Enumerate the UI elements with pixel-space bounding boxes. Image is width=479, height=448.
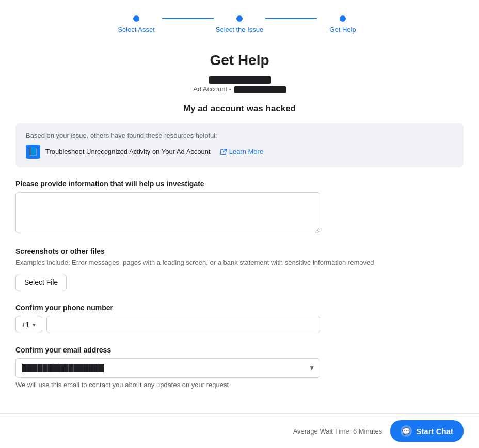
- start-chat-label: Start Chat: [416, 427, 453, 436]
- info-textarea[interactable]: [15, 192, 320, 233]
- select-file-button[interactable]: Select File: [15, 274, 67, 291]
- email-label: Confirm your email address: [15, 346, 464, 354]
- learn-more-link[interactable]: Learn More: [220, 148, 263, 155]
- info-label: Please provide information that will hel…: [15, 180, 464, 188]
- step-select-issue: Select the Issue: [214, 15, 265, 34]
- resource-book-icon: 📘: [26, 145, 40, 159]
- stepper: Select Asset Select the Issue Get Help: [15, 10, 464, 34]
- screenshots-hint: Examples include: Error messages, pages …: [15, 258, 464, 268]
- step-select-asset: Select Asset: [110, 15, 162, 34]
- bottom-bar: Average Wait Time: 6 Minutes 💬 Start Cha…: [0, 413, 479, 448]
- account-name-redacted: [209, 76, 271, 84]
- screenshots-section: Screenshots or other files Examples incl…: [15, 247, 464, 292]
- step-dot-1: [133, 15, 139, 22]
- country-code: +1: [21, 321, 29, 329]
- account-id-redacted: [234, 86, 286, 93]
- issue-title: My ad account was hacked: [15, 104, 464, 114]
- account-name: [15, 75, 464, 84]
- screenshots-label: Screenshots or other files: [15, 247, 464, 255]
- step-line-2: [265, 18, 317, 19]
- step-dot-3: [340, 15, 346, 22]
- step-label-1: Select Asset: [118, 26, 155, 34]
- email-select[interactable]: ████████████████: [15, 358, 320, 378]
- step-label-3: Get Help: [329, 26, 356, 34]
- phone-label: Confirm your phone number: [15, 303, 464, 312]
- account-label: Ad Account -: [193, 85, 285, 93]
- wait-time: Average Wait Time: 6 Minutes: [293, 427, 382, 435]
- learn-more-label: Learn More: [229, 148, 263, 155]
- step-label-2: Select the Issue: [216, 26, 264, 34]
- account-info: Ad Account -: [15, 75, 464, 93]
- step-dot-2: [236, 15, 243, 22]
- resource-box: Based on your issue, others have found t…: [15, 123, 464, 167]
- email-section: Confirm your email address █████████████…: [15, 346, 464, 389]
- page-title: Get Help: [15, 52, 464, 69]
- step-get-help: Get Help: [317, 15, 369, 34]
- phone-row: +1 ▼: [15, 316, 320, 333]
- resource-link-text: Troubleshoot Unrecognized Activity on Yo…: [45, 148, 211, 155]
- phone-input[interactable]: [46, 316, 320, 333]
- step-line-1: [162, 18, 214, 19]
- phone-country-selector[interactable]: +1 ▼: [15, 316, 42, 333]
- resource-box-description: Based on your issue, others have found t…: [26, 132, 453, 139]
- resource-item: 📘 Troubleshoot Unrecognized Activity on …: [26, 145, 453, 159]
- external-link-icon: [220, 148, 227, 155]
- start-chat-button[interactable]: 💬 Start Chat: [390, 420, 464, 442]
- chat-icon: 💬: [401, 425, 412, 437]
- country-chevron-icon: ▼: [31, 322, 37, 328]
- investigation-info-section: Please provide information that will hel…: [15, 180, 464, 235]
- email-select-wrapper: ████████████████ ▼: [15, 358, 320, 378]
- email-hint: We will use this email to contact you ab…: [15, 381, 464, 389]
- phone-section: Confirm your phone number +1 ▼: [15, 303, 464, 333]
